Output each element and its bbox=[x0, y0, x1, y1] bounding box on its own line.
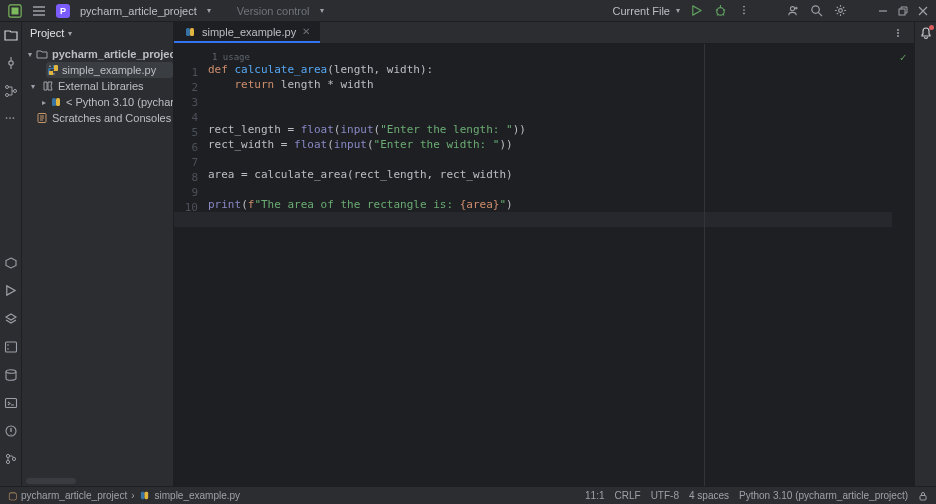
gutter: 1 2 3 4 5 6 7 8 9 10 11 bbox=[174, 44, 204, 486]
svg-point-13 bbox=[13, 90, 16, 93]
inspection-ok-icon[interactable]: ✓ bbox=[900, 50, 907, 65]
tok: def bbox=[208, 63, 235, 76]
svg-rect-37 bbox=[145, 492, 149, 499]
tok: ( bbox=[241, 198, 248, 211]
services-icon[interactable] bbox=[4, 312, 18, 326]
tree-python[interactable]: ▸ < Python 3.10 (pycharm_article_p bbox=[42, 94, 173, 110]
tok: float bbox=[294, 138, 327, 151]
tok: "The area of the rectangle is: bbox=[254, 198, 459, 211]
svg-point-5 bbox=[743, 12, 745, 14]
titlebar: P pycharm_article_project ▾ Version cont… bbox=[0, 0, 936, 22]
indent-setting[interactable]: 4 spaces bbox=[689, 490, 729, 501]
more-toolwindows-icon[interactable] bbox=[4, 112, 18, 126]
svg-point-18 bbox=[7, 344, 9, 346]
caret-position[interactable]: 11:1 bbox=[585, 490, 604, 501]
svg-point-14 bbox=[5, 117, 7, 119]
svg-point-16 bbox=[12, 117, 14, 119]
breadcrumb-item[interactable]: pycharm_article_project bbox=[21, 490, 127, 501]
code-area[interactable]: 1 2 3 4 5 6 7 8 9 10 11 1 usage def calc… bbox=[174, 44, 914, 486]
svg-point-34 bbox=[897, 32, 899, 34]
line-number: 7 bbox=[174, 155, 198, 170]
tree-file[interactable]: simple_example.py bbox=[46, 62, 173, 78]
tab-more-icon[interactable] bbox=[892, 27, 904, 39]
line-number: 5 bbox=[174, 125, 198, 140]
minimize-icon[interactable] bbox=[878, 6, 888, 16]
code-text[interactable]: 1 usage def calculate_area(length, width… bbox=[204, 44, 892, 486]
close-tab-icon[interactable]: ✕ bbox=[302, 26, 310, 37]
line-separator[interactable]: CRLF bbox=[615, 490, 641, 501]
chevron-down-icon[interactable]: ▾ bbox=[320, 6, 324, 15]
python-console-icon[interactable] bbox=[4, 340, 18, 354]
terminal-icon[interactable] bbox=[4, 396, 18, 410]
tok: area = calculate_area(rect_length, rect_… bbox=[208, 168, 513, 181]
more-actions-icon[interactable] bbox=[738, 4, 752, 18]
tree-ext-libs[interactable]: ▾ External Libraries bbox=[28, 78, 173, 94]
svg-rect-17 bbox=[5, 342, 16, 352]
run-config-selector[interactable]: Current File ▾ bbox=[613, 5, 680, 17]
project-name[interactable]: pycharm_article_project bbox=[80, 5, 197, 17]
editor-tab-label: simple_example.py bbox=[202, 26, 296, 38]
readonly-lock-icon[interactable] bbox=[918, 491, 928, 501]
breadcrumb-item[interactable]: simple_example.py bbox=[155, 490, 241, 501]
svg-rect-38 bbox=[920, 495, 926, 500]
svg-point-33 bbox=[897, 29, 899, 31]
svg-point-12 bbox=[5, 94, 8, 97]
vcs-toolwindow-icon[interactable] bbox=[4, 452, 18, 466]
project-panel-title: Project bbox=[30, 27, 64, 39]
project-panel-header[interactable]: Project ▾ bbox=[22, 22, 173, 44]
project-avatar[interactable]: P bbox=[56, 4, 70, 18]
scratches-icon bbox=[36, 112, 48, 124]
chevron-right-icon: › bbox=[131, 490, 134, 501]
tok: float bbox=[301, 123, 334, 136]
inlay-hint[interactable]: 1 usage bbox=[208, 50, 892, 62]
svg-point-8 bbox=[839, 8, 843, 12]
search-icon[interactable] bbox=[810, 4, 824, 18]
tree-root[interactable]: ▾ pycharm_article_project C:\Users bbox=[28, 46, 173, 62]
svg-point-35 bbox=[897, 35, 899, 37]
twisty-icon[interactable]: ▸ bbox=[42, 98, 46, 107]
svg-rect-21 bbox=[5, 399, 16, 408]
python-icon bbox=[50, 96, 62, 108]
tok: (length, width): bbox=[327, 63, 433, 76]
project-tree[interactable]: ▾ pycharm_article_project C:\Users simpl… bbox=[22, 44, 173, 128]
notification-dot bbox=[929, 25, 934, 30]
line-number: 8 bbox=[174, 170, 198, 185]
svg-point-10 bbox=[8, 61, 12, 65]
breadcrumb[interactable]: ▢ pycharm_article_project › simple_examp… bbox=[8, 490, 240, 502]
problems-icon[interactable] bbox=[4, 424, 18, 438]
python-file-icon bbox=[139, 490, 151, 502]
tok: "Enter the length: " bbox=[380, 123, 512, 136]
svg-point-23 bbox=[6, 454, 9, 457]
settings-icon[interactable] bbox=[834, 4, 848, 18]
svg-rect-31 bbox=[186, 28, 190, 36]
close-icon[interactable] bbox=[918, 6, 928, 16]
database-icon[interactable] bbox=[4, 368, 18, 382]
tok: length * width bbox=[274, 78, 373, 91]
square-icon: ▢ bbox=[8, 490, 17, 501]
main-menu-icon[interactable] bbox=[32, 4, 46, 18]
editor-inspection-stripe: ✓ bbox=[892, 44, 914, 486]
vcs-menu[interactable]: Version control bbox=[237, 5, 310, 17]
restore-icon[interactable] bbox=[898, 6, 908, 16]
chevron-down-icon[interactable]: ▾ bbox=[207, 6, 211, 15]
python-packages-icon[interactable] bbox=[4, 256, 18, 270]
project-toolwindow-icon[interactable] bbox=[4, 28, 18, 42]
commit-toolwindow-icon[interactable] bbox=[4, 56, 18, 70]
file-encoding[interactable]: UTF-8 bbox=[651, 490, 679, 501]
code-with-me-icon[interactable] bbox=[786, 4, 800, 18]
horizontal-scrollbar[interactable] bbox=[26, 478, 76, 484]
tree-scratches[interactable]: Scratches and Consoles bbox=[32, 110, 173, 126]
editor-tab[interactable]: simple_example.py ✕ bbox=[174, 22, 320, 43]
structure-toolwindow-icon[interactable] bbox=[4, 84, 18, 98]
notifications-icon[interactable] bbox=[919, 26, 933, 40]
tok: return bbox=[235, 78, 275, 91]
debug-icon[interactable] bbox=[714, 4, 728, 18]
twisty-icon[interactable]: ▾ bbox=[28, 82, 38, 91]
run-icon[interactable] bbox=[690, 4, 704, 18]
run-toolwindow-icon[interactable] bbox=[4, 284, 18, 298]
svg-point-26 bbox=[49, 66, 50, 67]
interpreter[interactable]: Python 3.10 (pycharm_article_project) bbox=[739, 490, 908, 501]
twisty-icon[interactable]: ▾ bbox=[28, 50, 32, 59]
svg-rect-36 bbox=[141, 492, 145, 499]
tok: print bbox=[208, 198, 241, 211]
